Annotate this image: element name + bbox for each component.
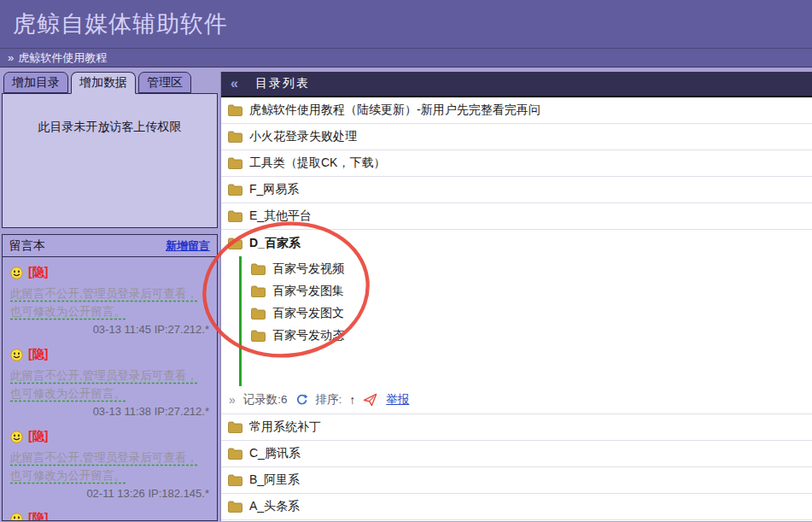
hidden-tag: [隐]	[28, 265, 48, 280]
folder-row[interactable]: 小火花登录失败处理	[221, 124, 812, 150]
message-meta: 03-13 11:38 IP:27.212.*	[10, 405, 209, 418]
folder-label: B_阿里系	[249, 472, 300, 488]
folder-label: 虎鲸软件使用教程（陆续更新）-新用户先完整看完再问	[249, 103, 540, 118]
folder-label: E_其他平台	[249, 208, 312, 224]
subfolder-label: 百家号发动态	[272, 328, 344, 343]
message-board: 留言本 新增留言 [隐] 此留言不公开,管理员登录后可查看，也可修改为公开留言。…	[2, 234, 218, 521]
message-board-header: 留言本 新增留言	[3, 235, 217, 257]
folder-label: A_头条系	[249, 499, 300, 514]
folder-label: 工具类（提取CK，下载）	[249, 155, 385, 171]
folder-row[interactable]: F_网易系	[221, 177, 812, 203]
status-bar: » 记录数:6 排序: ↑ 举报	[221, 386, 812, 414]
new-message-link[interactable]: 新增留言	[166, 238, 210, 254]
app-title: 虎鲸自媒体辅助软件	[0, 0, 812, 49]
directory-list: 虎鲸软件使用教程（陆续更新）-新用户先完整看完再问 小火花登录失败处理 工具类（…	[221, 97, 812, 521]
message-item: [隐] 此留言不公开,管理员登录后可查看，也可修改为公开留言。 02-11 13…	[10, 429, 209, 500]
folder-label: F_网易系	[249, 182, 299, 197]
folder-label: 常用系统补丁	[249, 419, 321, 435]
status-prefix-icon: »	[229, 393, 236, 407]
message-list: [隐] 此留言不公开,管理员登录后可查看，也可修改为公开留言。 03-13 11…	[3, 257, 217, 521]
folder-label: C_腾讯系	[249, 446, 301, 461]
hidden-tag: [隐]	[28, 429, 48, 444]
smiley-icon	[10, 267, 23, 279]
smiley-icon	[10, 513, 23, 522]
folder-icon	[228, 210, 242, 222]
subfolder-label: 百家号发视频	[272, 261, 344, 277]
folder-label: 小火花登录失败处理	[249, 129, 357, 144]
subfolder-label: 百家号发图文	[272, 306, 344, 321]
sidebar: 增加目录 增加数据 管理区 此目录未开放访客上传权限 留言本 新增留言	[0, 72, 220, 521]
subfolder-row[interactable]: 百家号发图文	[242, 302, 812, 325]
folder-icon	[228, 131, 242, 143]
message-board-title: 留言本	[9, 238, 45, 254]
upload-permission-notice: 此目录未开放访客上传权限	[3, 120, 217, 135]
subfolder-row[interactable]: 百家号发视频	[242, 258, 812, 280]
folder-row[interactable]: A_头条系	[221, 494, 812, 520]
folder-row[interactable]: B_阿里系	[221, 467, 812, 494]
folder-icon	[251, 263, 266, 275]
tab-add-data[interactable]: 增加数据	[71, 72, 136, 94]
subfolder-row[interactable]: 百家号发动态	[242, 325, 812, 347]
report-plane-icon[interactable]	[363, 393, 378, 407]
content-area: 增加目录 增加数据 管理区 此目录未开放访客上传权限 留言本 新增留言	[0, 72, 812, 521]
folder-icon	[251, 308, 266, 320]
message-item: [隐] 此留言不公开,管理员登录后可查看，也可修改为公开留言。 03-13 11…	[10, 347, 209, 418]
folder-icon	[228, 448, 242, 460]
hidden-tag: [隐]	[28, 511, 48, 521]
subfolder-row[interactable]: 百家号发图集	[242, 280, 812, 302]
record-count: 记录数:6	[243, 392, 288, 408]
folder-row[interactable]: 常用系统补丁	[221, 414, 812, 441]
folder-icon	[228, 157, 242, 169]
sort-ascending-icon[interactable]: ↑	[349, 393, 355, 407]
message-text: 此留言不公开,管理员登录后可查看，也可修改为公开留言。	[10, 284, 209, 320]
folder-icon	[228, 421, 242, 433]
directory-panel-header: « 目录列表	[221, 72, 812, 97]
folder-icon	[251, 285, 266, 297]
folder-row[interactable]: 工具类（提取CK，下载）	[221, 150, 812, 177]
folder-icon	[228, 501, 242, 513]
report-link[interactable]: 举报	[386, 392, 409, 408]
directory-panel-title: 目录列表	[255, 76, 310, 91]
folder-row-expanded[interactable]: D_百家系	[221, 230, 812, 256]
folder-row[interactable]: 虎鲸软件使用教程（陆续更新）-新用户先完整看完再问	[221, 97, 812, 124]
breadcrumb-label[interactable]: 虎鲸软件使用教程	[18, 50, 107, 66]
folder-icon	[228, 238, 242, 249]
folder-row[interactable]: E_其他平台	[221, 203, 812, 230]
folder-icon	[228, 184, 242, 196]
message-text: 此留言不公开,管理员登录后可查看，也可修改为公开留言。	[10, 367, 209, 402]
tab-admin-area[interactable]: 管理区	[138, 72, 191, 93]
smiley-icon	[10, 431, 23, 443]
folder-icon	[228, 474, 242, 486]
folder-icon	[251, 330, 266, 342]
breadcrumb-arrow-icon: »	[8, 51, 14, 64]
subfolder-label: 百家号发图集	[272, 284, 344, 299]
smiley-icon	[10, 349, 23, 361]
collapse-icon[interactable]: «	[231, 76, 238, 91]
folder-row[interactable]: C_腾讯系	[221, 441, 812, 467]
message-item: [隐]	[10, 511, 209, 521]
message-meta: 03-13 11:45 IP:27.212.*	[10, 323, 209, 336]
tab-add-directory[interactable]: 增加目录	[3, 72, 68, 93]
tab-bar: 增加目录 增加数据 管理区	[2, 72, 218, 93]
message-text: 此留言不公开,管理员登录后可查看，也可修改为公开留言。	[10, 449, 209, 484]
directory-panel: « 目录列表 虎鲸软件使用教程（陆续更新）-新用户先完整看完再问 小火花登录失败…	[220, 72, 812, 521]
refresh-icon[interactable]	[295, 394, 308, 407]
sort-label: 排序:	[316, 392, 342, 408]
app-window: 虎鲸自媒体辅助软件 » 虎鲸软件使用教程 增加目录 增加数据 管理区 此目录未开…	[0, 0, 812, 522]
breadcrumb: » 虎鲸软件使用教程	[0, 49, 812, 67]
folder-label: D_百家系	[249, 236, 301, 251]
hidden-tag: [隐]	[28, 347, 48, 362]
message-meta: 02-11 13:26 IP:182.145.*	[10, 487, 209, 500]
subfolder-group: 百家号发视频 百家号发图集 百家号发图文 百家号发动态	[239, 256, 812, 386]
folder-icon	[228, 104, 242, 116]
tab-content-panel: 此目录未开放访客上传权限	[2, 93, 218, 228]
message-item: [隐] 此留言不公开,管理员登录后可查看，也可修改为公开留言。 03-13 11…	[10, 265, 209, 336]
